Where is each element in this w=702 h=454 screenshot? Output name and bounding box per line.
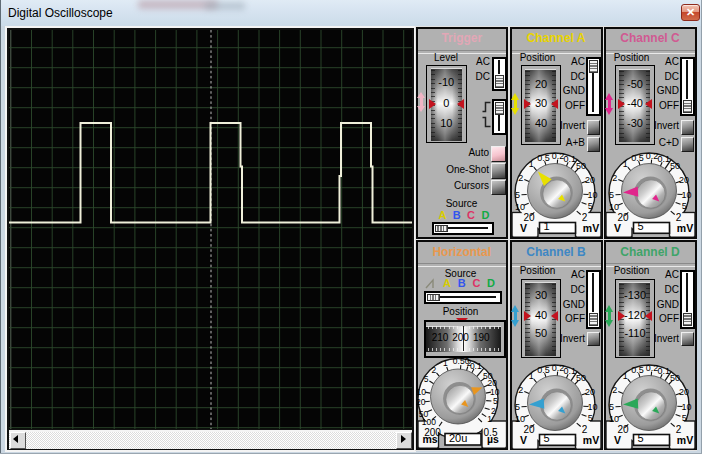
svg-text:0.5: 0.5 (631, 152, 644, 162)
svg-text:10: 10 (587, 401, 597, 411)
svg-text:mV: mV (676, 433, 692, 445)
svg-text:2: 2 (612, 173, 617, 183)
svg-text:20: 20 (679, 387, 689, 397)
svg-text:0.2: 0.2 (551, 362, 564, 372)
svg-text:0.5: 0.5 (537, 152, 550, 162)
svg-text:1: 1 (528, 159, 533, 169)
svg-text:50: 50 (669, 161, 679, 171)
svg-text:10: 10 (490, 387, 500, 397)
svg-text:0.1: 0.1 (657, 153, 670, 163)
svg-text:20: 20 (585, 175, 595, 185)
svg-text:V: V (613, 221, 620, 233)
svg-text:20: 20 (416, 397, 426, 407)
svg-text:5: 5 (637, 432, 643, 444)
svg-text:1: 1 (622, 371, 627, 381)
svg-text:2: 2 (431, 365, 436, 375)
svg-text:5: 5 (493, 396, 498, 406)
svg-text:V: V (519, 433, 526, 445)
svg-text:mV: mV (582, 433, 598, 445)
svg-text:2: 2 (612, 385, 617, 395)
svg-text:ms: ms (422, 433, 437, 445)
svg-text:10: 10 (587, 189, 597, 199)
svg-text:0.5: 0.5 (537, 364, 550, 374)
svg-text:5: 5 (637, 220, 643, 232)
svg-text:1: 1 (442, 358, 447, 368)
svg-text:5: 5 (543, 432, 549, 444)
svg-text:0.1: 0.1 (563, 365, 576, 375)
svg-text:50: 50 (669, 373, 679, 383)
svg-text:5: 5 (681, 412, 686, 422)
svg-text:20: 20 (585, 387, 595, 397)
svg-text:0.2: 0.2 (551, 150, 564, 160)
svg-text:5: 5 (681, 200, 686, 210)
svg-text:0.2: 0.2 (645, 362, 658, 372)
svg-text:20u: 20u (449, 432, 467, 444)
svg-text:10: 10 (609, 413, 619, 423)
svg-text:10: 10 (681, 189, 691, 199)
svg-text:5: 5 (423, 374, 428, 384)
svg-text:50: 50 (575, 373, 585, 383)
svg-text:2: 2 (518, 385, 523, 395)
svg-text:V: V (519, 221, 526, 233)
svg-text:10: 10 (515, 201, 525, 211)
svg-text:µs: µs (487, 433, 499, 445)
svg-text:5: 5 (609, 190, 614, 200)
svg-text:0.2: 0.2 (645, 150, 658, 160)
svg-text:2: 2 (518, 173, 523, 183)
svg-text:0.1: 0.1 (469, 361, 481, 371)
svg-text:0.5: 0.5 (631, 364, 644, 374)
svg-text:10: 10 (416, 387, 426, 397)
svg-text:50: 50 (575, 161, 585, 171)
svg-text:1: 1 (543, 220, 549, 232)
svg-text:5: 5 (587, 412, 592, 422)
svg-text:5: 5 (515, 402, 520, 412)
svg-text:5: 5 (587, 200, 592, 210)
svg-text:10: 10 (515, 413, 525, 423)
svg-text:mV: mV (582, 221, 598, 233)
svg-text:5: 5 (515, 190, 520, 200)
svg-text:0.1: 0.1 (563, 153, 576, 163)
svg-text:1: 1 (487, 414, 492, 424)
svg-text:10: 10 (609, 201, 619, 211)
svg-text:1: 1 (528, 371, 533, 381)
svg-text:1: 1 (622, 159, 627, 169)
svg-text:10: 10 (681, 401, 691, 411)
svg-text:mV: mV (676, 221, 692, 233)
svg-text:0.1: 0.1 (657, 365, 670, 375)
svg-text:V: V (613, 433, 620, 445)
svg-text:50: 50 (418, 409, 428, 419)
svg-text:5: 5 (609, 402, 614, 412)
svg-text:20: 20 (679, 175, 689, 185)
